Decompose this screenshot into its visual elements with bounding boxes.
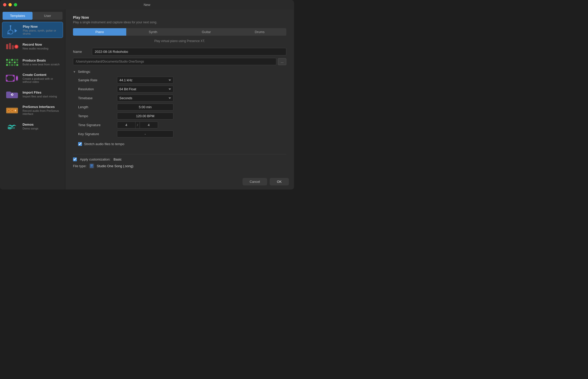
svg-rect-11 <box>6 59 8 61</box>
svg-rect-7 <box>9 43 11 49</box>
tab-templates[interactable]: Templates <box>3 12 33 20</box>
settings-toggle[interactable]: ▼ Settings: <box>73 70 286 74</box>
length-label: Length <box>78 105 114 109</box>
play-now-desc: Play piano, synth, guitar or drums <box>23 29 60 35</box>
svg-rect-32 <box>16 77 18 80</box>
filetype-label: File type: <box>73 164 87 168</box>
name-label: Name <box>73 50 88 54</box>
stretch-row: Stretch audio files to tempo <box>78 142 286 146</box>
time-sig-separator: / <box>135 122 140 128</box>
svg-rect-27 <box>6 75 8 77</box>
create-content-name: Create Content <box>23 73 60 77</box>
presonus-info: PreSonus Interfaces Record audio from Pr… <box>23 105 60 115</box>
cancel-button[interactable]: Cancel <box>243 178 267 185</box>
settings-label: Settings: <box>78 70 91 74</box>
tab-drums[interactable]: Drums <box>233 28 286 36</box>
svg-rect-14 <box>14 59 16 61</box>
time-signature-label: Time Signature <box>78 123 114 127</box>
settings-section: ▼ Settings: Sample Rate 44.1 kHz 48 kHz … <box>73 70 286 137</box>
tempo-label: Tempo <box>78 114 114 118</box>
button-row: Cancel OK <box>243 178 289 185</box>
close-button[interactable] <box>3 3 6 6</box>
path-input[interactable] <box>73 58 276 65</box>
svg-rect-12 <box>9 59 10 61</box>
svg-rect-13 <box>11 59 13 61</box>
svg-rect-23 <box>11 64 13 66</box>
demos-desc: Demo songs <box>23 127 60 130</box>
list-item[interactable]: Import Files Import files and start mixi… <box>2 86 63 102</box>
svg-point-10 <box>15 45 18 48</box>
tab-guitar[interactable]: Guitar <box>180 28 233 36</box>
list-item[interactable]: Demo Demos Demo songs <box>2 118 63 134</box>
window-controls[interactable] <box>3 3 17 6</box>
tempo-input[interactable] <box>117 113 173 119</box>
name-row: Name <box>73 48 286 55</box>
record-now-info: Record Now New audio recording <box>23 43 60 50</box>
apply-checkbox[interactable] <box>73 157 77 161</box>
ok-button[interactable]: OK <box>270 178 289 185</box>
apply-value: Basic <box>113 157 122 161</box>
import-files-name: Import Files <box>23 91 60 94</box>
svg-rect-24 <box>14 64 16 66</box>
tab-piano[interactable]: Piano <box>73 28 126 36</box>
svg-rect-2 <box>10 25 11 26</box>
filetype-icon <box>89 163 94 168</box>
settings-grid: Sample Rate 44.1 kHz 48 kHz 88.2 kHz 96 … <box>78 77 286 137</box>
svg-rect-15 <box>16 59 18 61</box>
window-title: New <box>144 3 150 7</box>
produce-beats-name: Produce Beats <box>23 58 60 62</box>
section-title: Play Now <box>73 15 286 19</box>
sample-rate-select[interactable]: 44.1 kHz 48 kHz 88.2 kHz 96 kHz <box>117 77 173 84</box>
list-item[interactable]: Record Now New audio recording <box>2 38 63 54</box>
title-bar: New <box>0 0 294 9</box>
tab-bar: Templates User <box>0 9 65 20</box>
key-signature-input[interactable] <box>117 131 173 137</box>
svg-rect-8 <box>12 45 14 49</box>
name-input[interactable] <box>92 48 286 55</box>
time-sig-denominator[interactable] <box>140 122 158 128</box>
svg-rect-22 <box>9 64 10 66</box>
svg-rect-21 <box>6 64 8 66</box>
tab-synth[interactable]: Synth <box>126 28 180 36</box>
minimize-button[interactable] <box>8 3 12 6</box>
svg-rect-16 <box>6 62 8 63</box>
svg-text:Demo: Demo <box>8 126 15 129</box>
instrument-desc: Play virtual piano using Presence XT. <box>73 39 286 43</box>
stretch-checkbox[interactable] <box>78 142 82 146</box>
sample-rate-label: Sample Rate <box>78 78 114 82</box>
create-content-desc: Create a podcast with or without video <box>23 77 60 83</box>
import-files-info: Import Files Import files and start mixi… <box>23 91 60 98</box>
instrument-tabs: Piano Synth Guitar Drums <box>73 28 286 36</box>
length-input[interactable] <box>117 104 173 111</box>
resolution-select[interactable]: 16 Bit Integer 24 Bit Integer 32 Bit Flo… <box>117 86 173 93</box>
tab-user[interactable]: User <box>33 12 62 20</box>
svg-rect-6 <box>6 44 8 49</box>
produce-beats-info: Produce Beats Build a new beat from scra… <box>23 58 60 66</box>
list-item[interactable]: Create Content Create a podcast with or … <box>2 70 63 86</box>
create-content-info: Create Content Create a podcast with or … <box>23 73 60 83</box>
record-now-desc: New audio recording <box>23 47 60 50</box>
filetype-value: Studio One Song (.song) <box>97 164 133 168</box>
list-item[interactable]: PreSonus Interfaces Record audio from Pr… <box>2 102 63 118</box>
svg-rect-17 <box>9 62 10 63</box>
produce-beats-icon <box>5 57 19 67</box>
right-panel: Play Now Play a single instrument and ca… <box>65 9 294 190</box>
chevron-icon: ▼ <box>73 70 76 73</box>
path-browse-button[interactable]: ... <box>278 58 286 65</box>
play-now-info: Play Now Play piano, synth, guitar or dr… <box>23 25 60 35</box>
record-now-icon <box>5 41 19 51</box>
time-sig-numerator[interactable] <box>117 122 135 128</box>
svg-rect-18 <box>11 62 13 63</box>
left-panel: Templates User <box>0 9 65 190</box>
maximize-button[interactable] <box>14 3 17 6</box>
svg-rect-25 <box>16 64 18 66</box>
timebase-select[interactable]: Seconds Beats <box>117 95 173 102</box>
produce-beats-desc: Build a new beat from scratch <box>23 63 60 66</box>
demos-name: Demos <box>23 123 60 126</box>
presonus-icon <box>5 105 19 115</box>
list-item[interactable]: Play Now Play piano, synth, guitar or dr… <box>2 22 63 38</box>
apply-customization-row: Apply customization: Basic <box>73 157 286 161</box>
svg-rect-30 <box>13 80 14 81</box>
demos-info: Demos Demo songs <box>23 123 60 130</box>
list-item[interactable]: Produce Beats Build a new beat from scra… <box>2 54 63 70</box>
